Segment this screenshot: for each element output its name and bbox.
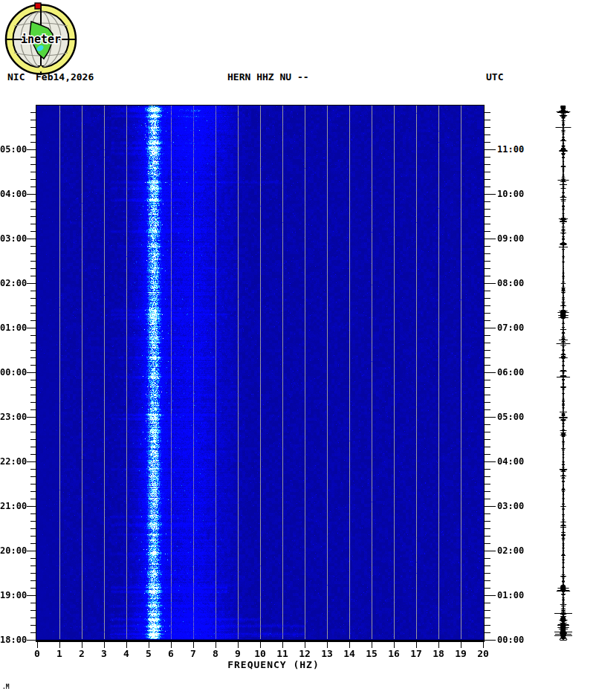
left-minor-tick <box>30 565 36 566</box>
right-minor-tick <box>485 135 490 135</box>
local-time-label: 01:00 <box>0 323 27 333</box>
right-minor-tick <box>485 216 490 217</box>
right-minor-tick <box>485 201 490 202</box>
freq-tick <box>483 642 484 648</box>
right-minor-tick <box>485 536 490 537</box>
right-minor-tick <box>485 439 490 440</box>
left-minor-tick <box>30 521 36 522</box>
right-minor-tick <box>485 558 490 559</box>
utc-time-label: 08:00 <box>497 279 524 288</box>
freq-tick <box>260 642 261 648</box>
freq-tick-label: 10 <box>250 648 270 659</box>
left-minor-tick <box>30 469 36 470</box>
right-minor-tick <box>485 313 490 314</box>
local-time-label: 02:00 <box>0 279 27 288</box>
left-minor-tick <box>30 432 36 432</box>
freq-tick-label: 8 <box>206 648 225 659</box>
left-minor-tick <box>30 573 36 574</box>
freq-tick <box>171 642 172 648</box>
left-minor-tick <box>30 201 36 202</box>
local-time-label: 03:00 <box>0 234 27 244</box>
right-minor-tick <box>485 120 490 120</box>
left-minor-tick <box>30 224 36 224</box>
right-minor-tick <box>485 491 490 492</box>
right-minor-tick <box>485 588 490 589</box>
left-minor-tick <box>30 491 36 492</box>
right-minor-tick <box>485 603 490 603</box>
local-time-label: 20:00 <box>0 546 27 556</box>
left-minor-tick <box>30 305 36 306</box>
freq-tick <box>37 642 38 648</box>
left-minor-tick <box>30 335 36 336</box>
right-minor-tick <box>485 632 490 633</box>
left-minor-tick <box>30 172 36 172</box>
freq-tick <box>59 642 60 648</box>
right-minor-tick <box>485 172 490 172</box>
local-time-label: 19:00 <box>0 591 27 600</box>
left-minor-tick <box>30 127 36 128</box>
utc-time-label: 01:00 <box>497 591 524 600</box>
right-hour-tick <box>485 194 496 195</box>
right-minor-tick <box>485 610 490 611</box>
right-minor-tick <box>485 365 490 366</box>
freq-tick <box>327 642 328 648</box>
left-minor-tick <box>30 610 36 611</box>
left-minor-tick <box>30 365 36 366</box>
freq-tick-label: 15 <box>362 648 381 659</box>
left-minor-tick <box>30 580 36 581</box>
left-minor-tick <box>30 603 36 603</box>
left-minor-tick <box>30 276 36 276</box>
left-minor-tick <box>30 424 36 425</box>
right-minor-tick <box>485 268 490 269</box>
right-minor-tick <box>485 253 490 254</box>
freq-tick <box>372 642 372 648</box>
left-hour-tick <box>27 551 36 551</box>
left-minor-tick <box>30 476 36 477</box>
local-time-label: 23:00 <box>0 412 27 422</box>
freq-tick-label: 3 <box>94 648 114 659</box>
freq-tick-label: 19 <box>451 648 470 659</box>
right-hour-tick <box>485 595 496 596</box>
seismogram-trace <box>554 106 574 641</box>
left-minor-tick <box>30 246 36 247</box>
freq-tick-label: 13 <box>317 648 337 659</box>
left-minor-tick <box>30 291 36 291</box>
right-minor-tick <box>485 469 490 470</box>
freq-tick <box>438 642 439 648</box>
freq-tick <box>349 642 350 648</box>
freq-tick <box>394 642 395 648</box>
left-minor-tick <box>30 231 36 232</box>
left-minor-tick <box>30 409 36 410</box>
left-minor-tick <box>30 536 36 537</box>
freq-tick-label: 6 <box>161 648 181 659</box>
right-minor-tick <box>485 528 490 529</box>
right-minor-tick <box>485 276 490 276</box>
left-minor-tick <box>30 484 36 485</box>
freq-tick-label: 4 <box>117 648 136 659</box>
local-time-label: 04:00 <box>0 189 27 199</box>
freq-tick-label: 2 <box>72 648 91 659</box>
utc-time-label: 05:00 <box>497 412 524 422</box>
local-time-label: 18:00 <box>0 635 27 645</box>
left-hour-tick <box>27 595 36 596</box>
right-hour-tick <box>485 551 496 551</box>
right-minor-tick <box>485 291 490 291</box>
left-minor-tick <box>30 625 36 626</box>
left-minor-tick <box>30 112 36 113</box>
freq-tick-label: 18 <box>429 648 448 659</box>
utc-time-label: 10:00 <box>497 189 524 199</box>
right-minor-tick <box>485 476 490 477</box>
left-minor-tick <box>30 387 36 388</box>
left-minor-tick <box>30 268 36 269</box>
freq-tick <box>149 642 149 648</box>
right-minor-tick <box>485 402 490 403</box>
right-hour-tick <box>485 283 496 284</box>
right-minor-tick <box>485 409 490 410</box>
left-hour-tick <box>27 372 36 373</box>
left-hour-tick <box>27 461 36 462</box>
left-hour-tick <box>27 149 36 150</box>
right-hour-tick <box>485 640 496 641</box>
right-minor-tick <box>485 246 490 247</box>
left-minor-tick <box>30 528 36 529</box>
freq-tick-label: 9 <box>228 648 247 659</box>
